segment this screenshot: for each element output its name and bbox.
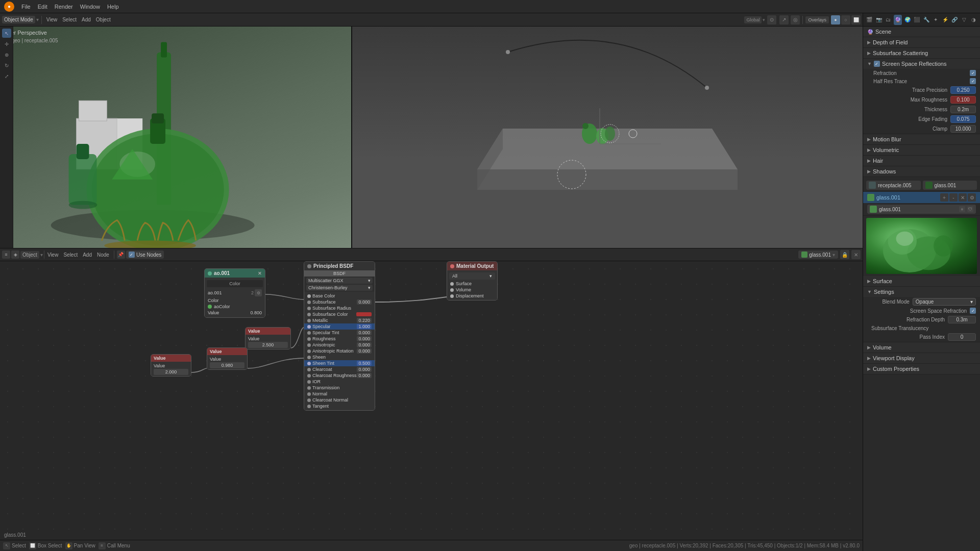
props-modifier-icon[interactable]: 🔧 (922, 15, 930, 25)
val2-value[interactable]: 2.000 (154, 369, 188, 375)
view-btn[interactable]: View (44, 16, 60, 23)
proportional-icon[interactable]: ◎ (791, 15, 800, 24)
props-data-icon[interactable]: ▽ (960, 15, 969, 25)
props-material-icon[interactable]: ◑ (969, 15, 978, 25)
val1-value[interactable]: 2.500 (248, 342, 288, 348)
right-viewport[interactable] (352, 27, 863, 248)
menu-help[interactable]: Help (104, 3, 122, 11)
menu-edit[interactable]: Edit (35, 3, 51, 11)
props-physics-icon[interactable]: ⚡ (941, 15, 950, 25)
ao-close[interactable]: ✕ (258, 271, 262, 276)
status-pan[interactable]: ✋ Pan View (65, 542, 95, 549)
status-select[interactable]: ↖ Select (3, 542, 26, 549)
ssr-header[interactable]: ▼ ✓ Screen Space Reflections (863, 59, 980, 69)
shadows-header[interactable]: ▶ Shadows (863, 166, 980, 177)
status-box-select[interactable]: ⬜ Box Select (29, 542, 62, 549)
pivot-icon[interactable]: ⊙ (767, 15, 776, 24)
mat-settings-btn[interactable]: ⚙ (968, 193, 976, 202)
maxrough-field[interactable]: 0.100 (950, 96, 976, 104)
passidx-field[interactable]: 0 (948, 333, 976, 341)
wireframe-icon[interactable]: ⬜ (851, 15, 861, 24)
refr-depth-field[interactable]: 0.3m (948, 316, 976, 323)
select-btn[interactable]: Select (60, 16, 79, 23)
thickness-field[interactable]: 0.2m (950, 106, 976, 113)
ssr-checkbox[interactable]: ✓ (874, 61, 880, 67)
clamp-field[interactable]: 10.000 (950, 125, 976, 133)
edgefading-field[interactable]: 0.075 (950, 115, 976, 123)
left-viewport[interactable]: User Perspective (1) geo | receptacle.00… (0, 27, 352, 248)
surface-header[interactable]: ▶ Surface (863, 276, 980, 286)
mat-fake-user-btn[interactable]: 🛡 (967, 206, 973, 212)
hair-header[interactable]: ▶ Hair (863, 156, 980, 166)
mat-out-all[interactable]: All ▾ (449, 272, 495, 280)
settings-header[interactable]: ▼ Settings (863, 287, 980, 297)
props-world-icon[interactable]: 🌍 (903, 15, 912, 25)
blend-mode-dropdown[interactable]: Opaque ▾ (913, 298, 976, 306)
props-scene-icon[interactable]: 🔮 (894, 15, 902, 25)
halftrace-checkbox[interactable]: ✓ (970, 78, 976, 84)
mat-minus-btn[interactable]: - (949, 193, 958, 202)
vol-header[interactable]: ▶ Volumetric (863, 145, 980, 155)
ne-node-btn[interactable]: Node (95, 251, 111, 259)
pbsdf-sheentint-row[interactable]: Sheen Tint 0.500 (304, 360, 375, 366)
custprop-header[interactable]: ▶ Custom Properties (863, 364, 980, 374)
global-btn[interactable]: Global (744, 16, 762, 23)
rendered-icon[interactable]: ○ (841, 15, 850, 24)
ne-use-nodes-check[interactable]: ✓ Use Nodes (126, 251, 164, 259)
pbsdf-dist-dropdown[interactable]: Multiscatter GGX ▾ (306, 278, 373, 284)
pbsdf-specular-row[interactable]: Specular 1.000 (304, 323, 375, 330)
ne-add-btn[interactable]: Add (81, 251, 94, 259)
add-btn[interactable]: Add (80, 16, 93, 23)
object-btn[interactable]: Object (94, 16, 113, 23)
material-output-node[interactable]: Material Output All ▾ Surface Volume (447, 261, 498, 300)
viewport-shading-icon[interactable]: ● (831, 15, 840, 24)
transform-icon[interactable]: ↗ (779, 15, 789, 24)
menu-file[interactable]: File (18, 3, 34, 11)
overlays-btn[interactable]: Overlays (805, 16, 829, 23)
mat-material-slot[interactable]: glass.001 (923, 181, 977, 190)
pbsdf-ss-dropdown[interactable]: Christensen-Burley ▾ (306, 285, 373, 291)
props-particles-icon[interactable]: ✦ (932, 15, 940, 25)
menu-window[interactable]: Window (77, 3, 103, 11)
ne-pin-icon[interactable]: 📌 (117, 251, 125, 259)
ssr2-checkbox[interactable]: ✓ (970, 308, 976, 314)
mat-browse-btn[interactable]: ≡ (959, 206, 965, 212)
ne-view-btn[interactable]: View (45, 251, 61, 259)
principled-bsdf-node[interactable]: Principled BSDF BSDF Multiscatter GGX ▾ … (304, 261, 375, 411)
dof-header[interactable]: ▶ Depth of Field (863, 37, 980, 47)
tool-move[interactable]: ⊕ (2, 50, 11, 59)
mat-x-btn[interactable]: ✕ (959, 193, 967, 202)
status-call-menu[interactable]: ≡ Call Menu (99, 542, 130, 549)
ao-settings-btn[interactable]: ⚙ (255, 289, 262, 296)
value-node-3[interactable]: Value Value 0.980 (207, 347, 248, 370)
traceprecision-field[interactable]: 0.250 (950, 86, 976, 94)
ne-material-selector[interactable]: glass.001 ▾ (798, 251, 838, 259)
ne-menu-icon[interactable]: ≡ (2, 251, 10, 259)
sss-header[interactable]: ▶ Subsurface Scattering (863, 48, 980, 58)
value-node-1[interactable]: Value Value 2.500 (245, 327, 291, 349)
ao-node[interactable]: ao.001 ✕ Color ao.001 2 ⚙ C (204, 268, 265, 318)
ne-select-btn[interactable]: Select (61, 251, 80, 259)
ne-lock-icon[interactable]: 🔒 (840, 250, 849, 259)
props-output-icon[interactable]: 📷 (875, 15, 884, 25)
mat-plus-btn[interactable]: + (940, 193, 948, 202)
tool-scale[interactable]: ⤢ (2, 71, 11, 81)
val3-value[interactable]: 0.980 (210, 362, 244, 368)
props-object-icon[interactable]: ⬛ (913, 15, 921, 25)
value-node-2[interactable]: Value Value 2.000 (151, 354, 191, 377)
vpdisp-header[interactable]: ▶ Viewport Display (863, 353, 980, 363)
tool-cursor[interactable]: ✛ (2, 39, 11, 48)
tool-select[interactable]: ↖ (2, 29, 11, 38)
use-nodes-checkbox[interactable]: ✓ (129, 252, 135, 258)
props-render-icon[interactable]: 🎬 (865, 15, 874, 25)
ne-type-icon[interactable]: ◈ (11, 251, 19, 259)
mat-object-slot[interactable]: receptacle.005 (866, 181, 921, 190)
menu-render[interactable]: Render (52, 3, 76, 11)
volume-header[interactable]: ▶ Volume (863, 342, 980, 353)
mb-header[interactable]: ▶ Motion Blur (863, 134, 980, 144)
props-view-layer-icon[interactable]: 🗂 (884, 15, 893, 25)
ne-close-icon[interactable]: ✕ (851, 250, 861, 259)
props-constraints-icon[interactable]: 🔗 (950, 15, 959, 25)
refraction-checkbox[interactable]: ✓ (970, 70, 976, 76)
mat-name-field[interactable]: glass.001 ≡ 🛡 (867, 205, 976, 214)
